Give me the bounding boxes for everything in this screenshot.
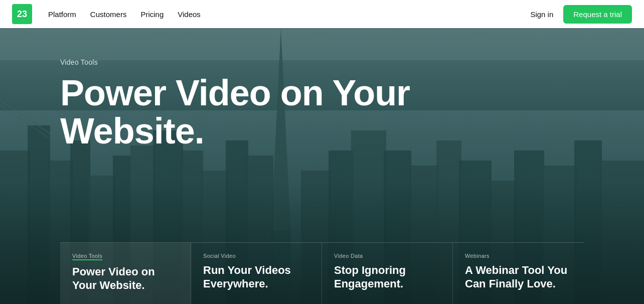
hero-title-line2: Website.	[60, 111, 204, 151]
hero-card-1[interactable]: Social VideoRun Your Videos Everywhere.	[191, 243, 322, 304]
hero-title: Power Video on Your Website.	[60, 74, 411, 150]
card-title-0: Power Video on Your Website.	[72, 265, 179, 292]
card-title-2: Stop Ignoring Engagement.	[334, 264, 440, 290]
trial-button[interactable]: Request a trial	[563, 5, 632, 24]
nav-link-pricing[interactable]: Pricing	[140, 10, 164, 19]
hero-title-line1: Power Video on Your	[60, 73, 410, 113]
card-category-0: Video Tools	[72, 253, 179, 260]
nav-link-customers[interactable]: Customers	[90, 10, 127, 19]
nav-link-videos[interactable]: Videos	[178, 10, 201, 19]
hero-card-0[interactable]: Video ToolsPower Video on Your Website.	[60, 243, 191, 304]
card-category-1: Social Video	[203, 253, 309, 259]
sign-in-link[interactable]: Sign in	[530, 10, 553, 19]
hero-eyebrow: Video Tools	[60, 58, 584, 66]
nav-link-platform[interactable]: Platform	[48, 10, 76, 19]
hero-cards: Video ToolsPower Video on Your Website.S…	[60, 242, 584, 304]
card-category-3: Webinars	[465, 253, 572, 259]
hero-card-2[interactable]: Video DataStop Ignoring Engagement.	[322, 243, 453, 304]
navbar-left: 23 Platform Customers Pricing Videos	[12, 4, 201, 24]
hero-card-3[interactable]: WebinarsA Webinar Tool You Can Finally L…	[453, 243, 584, 304]
hero-main: Video Tools Power Video on Your Website.	[60, 58, 584, 242]
card-title-3: A Webinar Tool You Can Finally Love.	[465, 264, 572, 290]
nav-links: Platform Customers Pricing Videos	[48, 10, 201, 19]
navbar: 23 Platform Customers Pricing Videos Sig…	[0, 0, 644, 28]
logo[interactable]: 23	[12, 4, 32, 24]
hero-section: Video Tools Power Video on Your Website.…	[0, 0, 644, 304]
hero-content: Video Tools Power Video on Your Website.…	[0, 28, 644, 304]
card-title-1: Run Your Videos Everywhere.	[203, 264, 309, 290]
navbar-right: Sign in Request a trial	[530, 5, 632, 24]
card-category-2: Video Data	[334, 253, 440, 259]
